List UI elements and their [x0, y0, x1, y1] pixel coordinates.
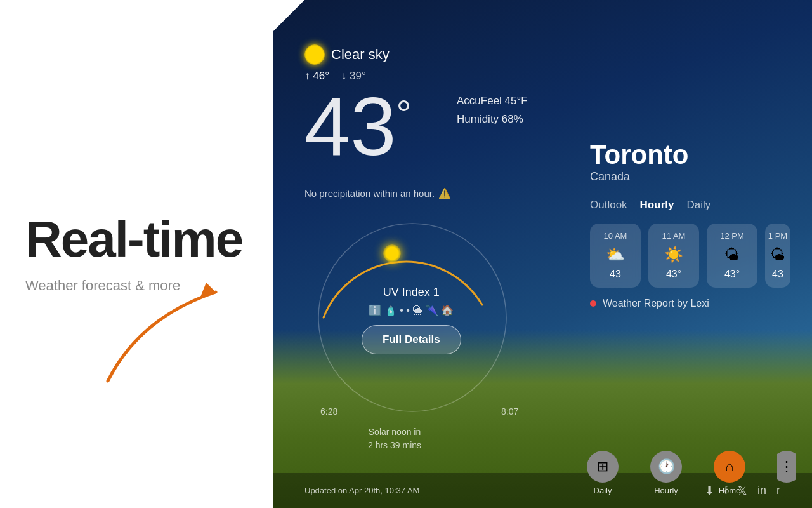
sun-condition-icon: [304, 44, 325, 65]
right-sidebar: Toronto Canada Outlook Hourly Daily 10 A…: [571, 0, 812, 508]
uv-index-label: UV Index 1: [362, 286, 461, 299]
warning-icon: ⚠️: [438, 187, 451, 199]
hour-card-1pm[interactable]: 1 PM 🌤 43: [765, 224, 790, 288]
hour-temp-2: 43°: [724, 269, 740, 280]
grid-icon: ⊞: [597, 458, 608, 475]
nav-daily[interactable]: ⊞ Daily: [587, 451, 619, 495]
accufeel-text: AccuFeel 45°F: [457, 92, 528, 110]
hour-card-12pm[interactable]: 12 PM 🌤 43°: [707, 224, 757, 288]
hour-label-3: 1 PM: [768, 231, 787, 241]
more-nav-icon: ⋮: [777, 451, 796, 483]
clock-icon: 🕐: [658, 458, 675, 475]
home-nav-label: Home: [719, 486, 741, 495]
weather-app-panel: Clear sky ↑ 46° ↓ 39° 43° AccuFeel 45°F …: [273, 0, 812, 508]
left-panel: Real-time Weather forecast & more: [0, 0, 273, 508]
uv-detail-icons: ℹ️ 🧴 • • 🌦 🌂 🏠: [362, 304, 461, 316]
uv-block: UV Index 1 ℹ️ 🧴 • • 🌦 🌂 🏠 Full Details: [362, 286, 461, 354]
hour-temp-1: 43°: [666, 269, 681, 280]
report-indicator: [590, 300, 596, 307]
hour-card-11am[interactable]: 11 AM ☀️ 43°: [648, 224, 699, 288]
hourly-nav-label: Hourly: [654, 486, 678, 495]
sun-arc-area: 6:28 8:07 UV Index 1 ℹ️ 🧴 • • 🌦 🌂 🏠 Full…: [298, 210, 552, 413]
nav-more[interactable]: ⋮: [777, 451, 796, 483]
more-icon: ⋮: [780, 458, 794, 475]
hour-icon-0: ⛅: [606, 246, 625, 264]
daily-nav-icon: ⊞: [587, 451, 619, 483]
sunset-label: 8:07: [501, 406, 518, 417]
condition-row: Clear sky: [304, 44, 412, 65]
tab-hourly[interactable]: Hourly: [640, 196, 674, 214]
view-tabs: Outlook Hourly Daily: [571, 196, 812, 214]
condition-text: Clear sky: [331, 46, 390, 63]
daily-nav-label: Daily: [594, 486, 612, 495]
hour-label-1: 11 AM: [662, 231, 686, 241]
country-name: Canada: [590, 170, 793, 184]
hour-label-0: 10 AM: [604, 231, 627, 241]
tab-daily[interactable]: Daily: [686, 196, 710, 214]
hourly-nav-icon: 🕐: [650, 451, 682, 483]
solar-noon-text: Solar noon in 2 hrs 39 mins: [368, 425, 421, 452]
humidity-text: Humidity 68%: [457, 110, 528, 129]
hour-icon-3: 🌤: [770, 246, 785, 264]
bottom-nav: ⊞ Daily 🕐 Hourly ⌂ Home ⋮: [571, 444, 812, 508]
nav-home[interactable]: ⌂ Home: [714, 451, 745, 495]
hour-label-2: 12 PM: [720, 231, 744, 241]
sunrise-label: 6:28: [320, 406, 337, 417]
city-name: Toronto: [590, 140, 793, 170]
hour-card-10am[interactable]: 10 AM ⛅ 43: [590, 224, 641, 288]
corner-fold: [273, 0, 304, 32]
home-icon: ⌂: [725, 458, 733, 475]
full-details-button[interactable]: Full Details: [362, 325, 461, 354]
weather-main-info: Clear sky ↑ 46° ↓ 39° 43°: [304, 44, 412, 168]
sun-position-dot: [383, 244, 401, 262]
hour-temp-0: 43: [610, 269, 621, 280]
weather-report: Weather Report by Lexi: [571, 288, 812, 319]
tab-outlook[interactable]: Outlook: [590, 196, 627, 214]
home-nav-icon: ⌂: [714, 451, 745, 483]
report-text: Weather Report by Lexi: [603, 298, 709, 309]
main-title: Real-time: [25, 214, 247, 265]
subtitle: Weather forecast & more: [25, 277, 247, 294]
city-block: Toronto Canada: [571, 0, 812, 196]
precipitation-note: No precipitation within an hour. ⚠️: [304, 187, 451, 199]
hour-icon-1: ☀️: [664, 246, 683, 264]
current-temperature: 43°: [304, 85, 412, 168]
hour-icon-2: 🌤: [724, 246, 740, 264]
accufeel-block: AccuFeel 45°F Humidity 68%: [457, 92, 528, 129]
hourly-cards-row: 10 AM ⛅ 43 11 AM ☀️ 43° 12 PM 🌤 43° 1 PM…: [571, 224, 812, 288]
nav-hourly[interactable]: 🕐 Hourly: [650, 451, 682, 495]
hour-temp-3: 43: [772, 269, 783, 280]
